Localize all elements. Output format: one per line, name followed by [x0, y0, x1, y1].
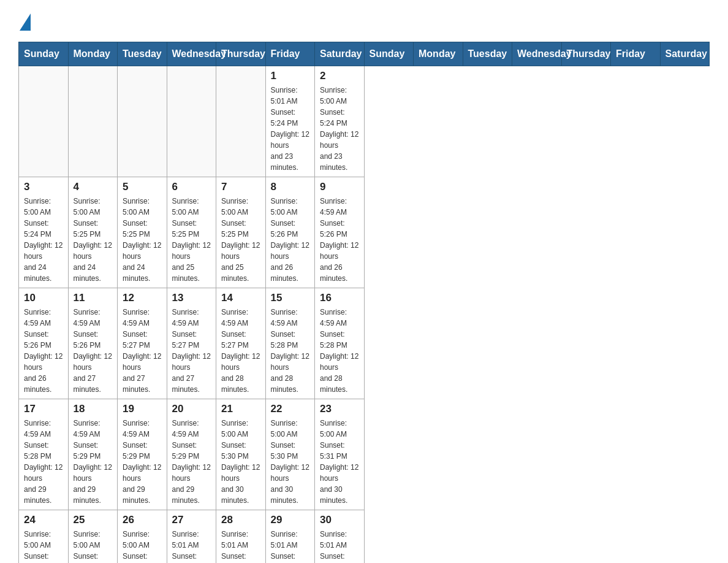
calendar-cell: 6Sunrise: 5:00 AMSunset: 5:25 PMDaylight… [167, 177, 216, 288]
page-header [18, 12, 710, 29]
calendar-table: SundayMondayTuesdayWednesdayThursdayFrid… [18, 42, 710, 563]
day-number: 11 [74, 292, 113, 304]
day-number: 10 [24, 292, 63, 304]
day-info: Sunrise: 5:00 AMSunset: 5:26 PMDaylight:… [271, 196, 310, 284]
column-header-monday: Monday [414, 42, 463, 66]
day-info: Sunrise: 4:59 AMSunset: 5:26 PMDaylight:… [320, 196, 359, 284]
day-info: Sunrise: 4:59 AMSunset: 5:28 PMDaylight:… [24, 418, 63, 506]
day-info: Sunrise: 5:00 AMSunset: 5:32 PMDaylight:… [123, 529, 162, 563]
calendar-cell: 13Sunrise: 4:59 AMSunset: 5:27 PMDayligh… [167, 288, 216, 399]
day-number: 21 [221, 403, 260, 415]
calendar-cell: 25Sunrise: 5:00 AMSunset: 5:31 PMDayligh… [68, 510, 118, 564]
day-number: 1 [271, 70, 310, 82]
day-info: Sunrise: 5:00 AMSunset: 5:24 PMDaylight:… [24, 196, 63, 284]
column-header-friday: Friday [611, 42, 661, 66]
day-info: Sunrise: 4:59 AMSunset: 5:29 PMDaylight:… [172, 418, 211, 506]
day-number: 29 [271, 514, 310, 526]
day-info: Sunrise: 5:00 AMSunset: 5:24 PMDaylight:… [320, 85, 359, 173]
day-number: 9 [320, 181, 359, 193]
day-info: Sunrise: 5:00 AMSunset: 5:25 PMDaylight:… [172, 196, 211, 284]
day-info: Sunrise: 4:59 AMSunset: 5:28 PMDaylight:… [320, 307, 359, 395]
calendar-cell: 27Sunrise: 5:01 AMSunset: 5:32 PMDayligh… [167, 510, 216, 564]
day-number: 19 [123, 403, 162, 415]
calendar-cell: 10Sunrise: 4:59 AMSunset: 5:26 PMDayligh… [19, 288, 69, 399]
calendar-cell: 2Sunrise: 5:00 AMSunset: 5:24 PMDaylight… [315, 66, 365, 177]
column-header-thursday: Thursday [216, 42, 266, 66]
day-info: Sunrise: 4:59 AMSunset: 5:26 PMDaylight:… [24, 307, 63, 395]
calendar-cell: 9Sunrise: 4:59 AMSunset: 5:26 PMDaylight… [315, 177, 365, 288]
day-number: 18 [74, 403, 113, 415]
day-info: Sunrise: 5:00 AMSunset: 5:31 PMDaylight:… [24, 529, 63, 563]
calendar-cell: 1Sunrise: 5:01 AMSunset: 5:24 PMDaylight… [265, 66, 315, 177]
column-header-saturday: Saturday [660, 42, 710, 66]
calendar-cell: 14Sunrise: 4:59 AMSunset: 5:27 PMDayligh… [216, 288, 266, 399]
calendar-cell: 28Sunrise: 5:01 AMSunset: 5:33 PMDayligh… [216, 510, 266, 564]
calendar-cell: 29Sunrise: 5:01 AMSunset: 5:33 PMDayligh… [265, 510, 315, 564]
day-info: Sunrise: 5:00 AMSunset: 5:25 PMDaylight:… [74, 196, 113, 284]
calendar-cell: 12Sunrise: 4:59 AMSunset: 5:27 PMDayligh… [118, 288, 167, 399]
calendar-cell: 24Sunrise: 5:00 AMSunset: 5:31 PMDayligh… [19, 510, 69, 564]
logo-flag-icon [20, 13, 31, 31]
day-number: 6 [172, 181, 211, 193]
day-number: 14 [221, 292, 260, 304]
calendar-cell [167, 66, 216, 177]
calendar-cell [19, 66, 69, 177]
calendar-cell: 19Sunrise: 4:59 AMSunset: 5:29 PMDayligh… [118, 399, 167, 510]
day-number: 8 [271, 181, 310, 193]
calendar-cell: 4Sunrise: 5:00 AMSunset: 5:25 PMDaylight… [68, 177, 118, 288]
day-info: Sunrise: 4:59 AMSunset: 5:28 PMDaylight:… [271, 307, 310, 395]
calendar-week-row: 24Sunrise: 5:00 AMSunset: 5:31 PMDayligh… [19, 510, 710, 564]
column-header-tuesday: Tuesday [118, 42, 167, 66]
column-header-friday: Friday [265, 42, 315, 66]
day-number: 26 [123, 514, 162, 526]
column-header-monday: Monday [68, 42, 118, 66]
calendar-cell: 11Sunrise: 4:59 AMSunset: 5:26 PMDayligh… [68, 288, 118, 399]
day-info: Sunrise: 5:01 AMSunset: 5:32 PMDaylight:… [172, 529, 211, 563]
column-header-thursday: Thursday [561, 42, 611, 66]
calendar-cell: 20Sunrise: 4:59 AMSunset: 5:29 PMDayligh… [167, 399, 216, 510]
calendar-cell: 26Sunrise: 5:00 AMSunset: 5:32 PMDayligh… [118, 510, 167, 564]
day-number: 16 [320, 292, 359, 304]
day-info: Sunrise: 4:59 AMSunset: 5:27 PMDaylight:… [123, 307, 162, 395]
calendar-cell [68, 66, 118, 177]
day-info: Sunrise: 4:59 AMSunset: 5:26 PMDaylight:… [74, 307, 113, 395]
day-info: Sunrise: 5:00 AMSunset: 5:25 PMDaylight:… [221, 196, 260, 284]
day-number: 20 [172, 403, 211, 415]
column-header-wednesday: Wednesday [512, 42, 562, 66]
day-number: 30 [320, 514, 359, 526]
day-info: Sunrise: 5:01 AMSunset: 5:24 PMDaylight:… [271, 85, 310, 173]
day-number: 3 [24, 181, 63, 193]
day-info: Sunrise: 5:00 AMSunset: 5:25 PMDaylight:… [123, 196, 162, 284]
calendar-cell [216, 66, 266, 177]
column-header-wednesday: Wednesday [167, 42, 216, 66]
day-number: 17 [24, 403, 63, 415]
day-info: Sunrise: 5:00 AMSunset: 5:30 PMDaylight:… [271, 418, 310, 506]
calendar-cell: 5Sunrise: 5:00 AMSunset: 5:25 PMDaylight… [118, 177, 167, 288]
calendar-week-row: 1Sunrise: 5:01 AMSunset: 5:24 PMDaylight… [19, 66, 710, 177]
day-info: Sunrise: 4:59 AMSunset: 5:29 PMDaylight:… [123, 418, 162, 506]
day-number: 25 [74, 514, 113, 526]
day-info: Sunrise: 4:59 AMSunset: 5:29 PMDaylight:… [74, 418, 113, 506]
day-number: 13 [172, 292, 211, 304]
column-header-sunday: Sunday [364, 42, 414, 66]
day-number: 15 [271, 292, 310, 304]
calendar-cell: 3Sunrise: 5:00 AMSunset: 5:24 PMDaylight… [19, 177, 69, 288]
day-info: Sunrise: 5:01 AMSunset: 5:33 PMDaylight:… [271, 529, 310, 563]
calendar-header-row: SundayMondayTuesdayWednesdayThursdayFrid… [19, 42, 710, 66]
day-number: 23 [320, 403, 359, 415]
day-number: 12 [123, 292, 162, 304]
day-number: 2 [320, 70, 359, 82]
day-number: 28 [221, 514, 260, 526]
calendar-week-row: 17Sunrise: 4:59 AMSunset: 5:28 PMDayligh… [19, 399, 710, 510]
day-info: Sunrise: 4:59 AMSunset: 5:27 PMDaylight:… [172, 307, 211, 395]
calendar-cell: 23Sunrise: 5:00 AMSunset: 5:31 PMDayligh… [315, 399, 365, 510]
calendar-cell: 30Sunrise: 5:01 AMSunset: 5:34 PMDayligh… [315, 510, 365, 564]
day-number: 4 [74, 181, 113, 193]
calendar-cell: 16Sunrise: 4:59 AMSunset: 5:28 PMDayligh… [315, 288, 365, 399]
day-number: 5 [123, 181, 162, 193]
calendar-week-row: 3Sunrise: 5:00 AMSunset: 5:24 PMDaylight… [19, 177, 710, 288]
logo [18, 12, 32, 29]
column-header-tuesday: Tuesday [463, 42, 512, 66]
column-header-saturday: Saturday [315, 42, 365, 66]
day-info: Sunrise: 5:00 AMSunset: 5:31 PMDaylight:… [320, 418, 359, 506]
